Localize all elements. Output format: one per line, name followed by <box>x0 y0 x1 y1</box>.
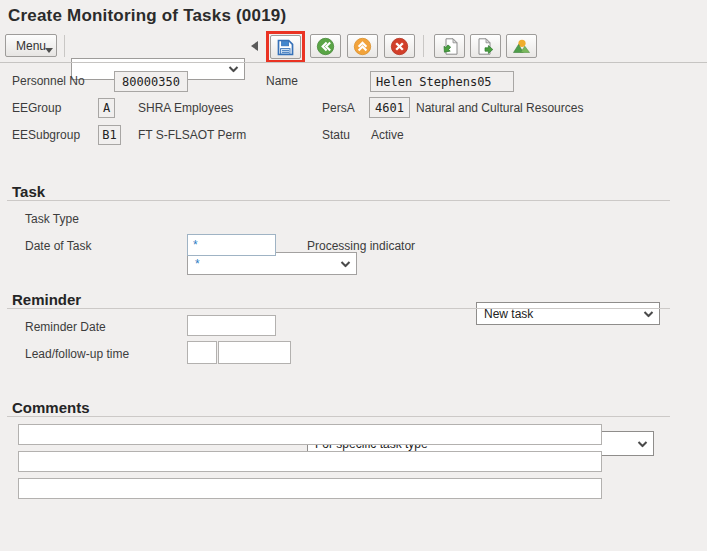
status-label: Statu <box>322 128 350 142</box>
processing-indicator-select[interactable]: New task <box>476 302 660 325</box>
pers-a-text: Natural and Cultural Resources <box>416 101 583 115</box>
chevron-down-icon <box>643 310 654 317</box>
reminder-date-input[interactable] <box>187 315 276 336</box>
personnel-no-label: Personnel No <box>12 74 85 88</box>
comment-line-1-input[interactable] <box>18 424 602 445</box>
toolbar-separator <box>423 35 424 57</box>
page-title: Create Monitoring of Tasks (0019) <box>8 6 286 26</box>
ee-group-label: EEGroup <box>12 101 61 115</box>
date-of-task-label: Date of Task <box>25 239 91 253</box>
menu-button-label: Menu <box>16 39 46 53</box>
status-value: Active <box>371 128 404 142</box>
menu-dropdown-corner-icon <box>45 48 53 53</box>
overview-icon <box>512 37 531 56</box>
name-field[interactable]: Helen Stephens05 <box>370 71 514 92</box>
exit-button[interactable] <box>347 34 378 58</box>
name-label: Name <box>266 74 298 88</box>
back-button[interactable] <box>310 34 341 58</box>
task-section-heading: Task <box>12 183 45 200</box>
comments-section-heading: Comments <box>12 399 90 416</box>
ee-subgroup-label: EESubgroup <box>12 128 80 142</box>
ee-group-text: SHRA Employees <box>138 101 233 115</box>
processing-indicator-label: Processing indicator <box>307 239 415 253</box>
toolbar-divider <box>0 62 707 63</box>
date-of-task-input[interactable] <box>187 234 276 256</box>
task-type-value: * <box>195 257 200 271</box>
save-icon <box>276 38 295 57</box>
next-record-icon <box>476 37 495 56</box>
lead-time-label: Lead/follow-up time <box>25 347 129 361</box>
menu-button[interactable]: Menu <box>5 34 57 57</box>
back-icon <box>316 37 335 56</box>
cancel-icon <box>390 37 409 56</box>
overview-button[interactable] <box>506 34 537 58</box>
lead-time-unit-input[interactable] <box>218 341 291 364</box>
pers-a-field[interactable]: 4601 <box>369 97 410 118</box>
reminder-date-label: Reminder Date <box>25 320 106 334</box>
task-section-divider <box>7 200 670 201</box>
previous-record-button[interactable] <box>434 34 465 58</box>
reminder-section-divider <box>7 308 670 309</box>
previous-record-icon <box>440 37 459 56</box>
cancel-button[interactable] <box>384 34 415 58</box>
comment-line-3-input[interactable] <box>18 478 602 499</box>
ee-group-field[interactable]: A <box>98 98 115 118</box>
chevron-down-icon <box>637 440 648 447</box>
pers-a-label: PersA <box>322 101 355 115</box>
personnel-no-field[interactable]: 80000350 <box>114 71 188 92</box>
chevron-down-icon <box>340 260 351 267</box>
sap-window: Create Monitoring of Tasks (0019) Menu <box>0 0 707 551</box>
toolbar-separator <box>64 35 65 57</box>
task-type-label: Task Type <box>25 212 79 226</box>
comments-section-divider <box>7 416 670 417</box>
chevron-down-icon[interactable] <box>228 66 239 73</box>
ee-subgroup-field[interactable]: B1 <box>98 125 121 145</box>
next-record-button[interactable] <box>470 34 501 58</box>
save-button[interactable] <box>270 35 301 59</box>
comment-line-2-input[interactable] <box>18 451 602 472</box>
ee-subgroup-text: FT S-FLSAOT Perm <box>138 128 246 142</box>
exit-icon <box>353 37 372 56</box>
save-highlight-box <box>266 31 305 63</box>
lead-time-number-input[interactable] <box>187 341 217 364</box>
toolbar-collapse-icon[interactable] <box>251 41 258 51</box>
reminder-section-heading: Reminder <box>12 291 81 308</box>
